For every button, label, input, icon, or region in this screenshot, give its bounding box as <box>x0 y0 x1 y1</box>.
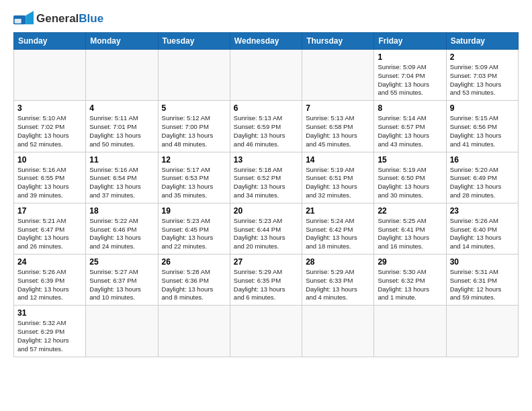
calendar-cell: 28Sunrise: 5:29 AM Sunset: 6:33 PM Dayli… <box>302 255 374 306</box>
day-info: Sunrise: 5:23 AM Sunset: 6:45 PM Dayligh… <box>162 217 226 251</box>
day-info: Sunrise: 5:18 AM Sunset: 6:52 PM Dayligh… <box>234 166 298 200</box>
calendar-cell: 12Sunrise: 5:17 AM Sunset: 6:53 PM Dayli… <box>158 152 230 203</box>
calendar-cell: 19Sunrise: 5:23 AM Sunset: 6:45 PM Dayli… <box>158 203 230 254</box>
header: GeneralBlue <box>13 11 519 27</box>
day-number: 18 <box>89 206 154 216</box>
day-number: 1 <box>378 52 442 62</box>
day-number: 4 <box>89 103 154 113</box>
day-number: 31 <box>17 308 82 318</box>
calendar-cell <box>302 50 374 101</box>
calendar-week-row: 1Sunrise: 5:09 AM Sunset: 7:04 PM Daylig… <box>14 50 519 101</box>
day-number: 14 <box>306 155 370 165</box>
calendar-week-row: 10Sunrise: 5:16 AM Sunset: 6:55 PM Dayli… <box>14 152 519 203</box>
day-info: Sunrise: 5:17 AM Sunset: 6:53 PM Dayligh… <box>162 166 226 200</box>
logo-text: GeneralBlue <box>36 12 103 26</box>
calendar-cell: 2Sunrise: 5:09 AM Sunset: 7:03 PM Daylig… <box>446 50 518 101</box>
day-number: 25 <box>89 257 154 267</box>
day-info: Sunrise: 5:28 AM Sunset: 6:36 PM Dayligh… <box>162 268 226 302</box>
day-number: 5 <box>162 103 226 113</box>
calendar-cell: 3Sunrise: 5:10 AM Sunset: 7:02 PM Daylig… <box>14 101 86 152</box>
calendar-cell: 23Sunrise: 5:26 AM Sunset: 6:40 PM Dayli… <box>446 203 518 254</box>
calendar-cell: 24Sunrise: 5:26 AM Sunset: 6:39 PM Dayli… <box>14 255 86 306</box>
weekday-header-thursday: Thursday <box>302 33 374 50</box>
day-number: 19 <box>162 206 226 216</box>
calendar-cell <box>374 306 446 357</box>
calendar-week-row: 31Sunrise: 5:32 AM Sunset: 6:29 PM Dayli… <box>14 306 519 357</box>
calendar-cell: 7Sunrise: 5:13 AM Sunset: 6:58 PM Daylig… <box>302 101 374 152</box>
day-number: 24 <box>17 257 82 267</box>
day-number: 7 <box>306 103 370 113</box>
day-info: Sunrise: 5:30 AM Sunset: 6:32 PM Dayligh… <box>378 268 442 302</box>
weekday-header-tuesday: Tuesday <box>158 33 230 50</box>
calendar-cell: 16Sunrise: 5:20 AM Sunset: 6:49 PM Dayli… <box>446 152 518 203</box>
weekday-header-monday: Monday <box>86 33 158 50</box>
calendar-cell: 4Sunrise: 5:11 AM Sunset: 7:01 PM Daylig… <box>86 101 158 152</box>
calendar-cell: 27Sunrise: 5:29 AM Sunset: 6:35 PM Dayli… <box>230 255 302 306</box>
day-number: 22 <box>378 206 442 216</box>
day-number: 28 <box>306 257 370 267</box>
calendar-cell: 31Sunrise: 5:32 AM Sunset: 6:29 PM Dayli… <box>14 306 86 357</box>
calendar-cell: 25Sunrise: 5:27 AM Sunset: 6:37 PM Dayli… <box>86 255 158 306</box>
calendar-cell: 17Sunrise: 5:21 AM Sunset: 6:47 PM Dayli… <box>14 203 86 254</box>
day-number: 20 <box>234 206 298 216</box>
day-info: Sunrise: 5:09 AM Sunset: 7:03 PM Dayligh… <box>450 63 515 97</box>
day-number: 30 <box>450 257 515 267</box>
day-number: 11 <box>89 155 154 165</box>
calendar-cell <box>446 306 518 357</box>
calendar-table: SundayMondayTuesdayWednesdayThursdayFrid… <box>13 32 519 357</box>
day-info: Sunrise: 5:24 AM Sunset: 6:42 PM Dayligh… <box>306 217 370 251</box>
day-info: Sunrise: 5:19 AM Sunset: 6:50 PM Dayligh… <box>378 166 442 200</box>
day-info: Sunrise: 5:29 AM Sunset: 6:33 PM Dayligh… <box>306 268 370 302</box>
calendar-cell <box>302 306 374 357</box>
day-info: Sunrise: 5:09 AM Sunset: 7:04 PM Dayligh… <box>378 63 442 97</box>
day-number: 17 <box>17 206 82 216</box>
svg-rect-2 <box>15 19 21 24</box>
calendar-cell: 1Sunrise: 5:09 AM Sunset: 7:04 PM Daylig… <box>374 50 446 101</box>
day-number: 26 <box>162 257 226 267</box>
day-info: Sunrise: 5:13 AM Sunset: 6:59 PM Dayligh… <box>234 114 298 148</box>
day-info: Sunrise: 5:14 AM Sunset: 6:57 PM Dayligh… <box>378 114 442 148</box>
day-number: 29 <box>378 257 442 267</box>
weekday-header-row: SundayMondayTuesdayWednesdayThursdayFrid… <box>14 33 519 50</box>
day-number: 9 <box>450 103 515 113</box>
day-info: Sunrise: 5:10 AM Sunset: 7:02 PM Dayligh… <box>17 114 82 148</box>
calendar-cell <box>158 306 230 357</box>
calendar-cell <box>230 50 302 101</box>
calendar-cell: 11Sunrise: 5:16 AM Sunset: 6:54 PM Dayli… <box>86 152 158 203</box>
day-number: 27 <box>234 257 298 267</box>
calendar-cell: 8Sunrise: 5:14 AM Sunset: 6:57 PM Daylig… <box>374 101 446 152</box>
calendar-cell: 30Sunrise: 5:31 AM Sunset: 6:31 PM Dayli… <box>446 255 518 306</box>
day-number: 8 <box>378 103 442 113</box>
calendar-cell: 14Sunrise: 5:19 AM Sunset: 6:51 PM Dayli… <box>302 152 374 203</box>
calendar-cell: 10Sunrise: 5:16 AM Sunset: 6:55 PM Dayli… <box>14 152 86 203</box>
calendar-week-row: 17Sunrise: 5:21 AM Sunset: 6:47 PM Dayli… <box>14 203 519 254</box>
calendar-week-row: 3Sunrise: 5:10 AM Sunset: 7:02 PM Daylig… <box>14 101 519 152</box>
calendar-cell: 20Sunrise: 5:23 AM Sunset: 6:44 PM Dayli… <box>230 203 302 254</box>
day-info: Sunrise: 5:19 AM Sunset: 6:51 PM Dayligh… <box>306 166 370 200</box>
day-number: 13 <box>234 155 298 165</box>
day-info: Sunrise: 5:22 AM Sunset: 6:46 PM Dayligh… <box>89 217 154 251</box>
day-number: 15 <box>378 155 442 165</box>
calendar-cell: 15Sunrise: 5:19 AM Sunset: 6:50 PM Dayli… <box>374 152 446 203</box>
calendar-week-row: 24Sunrise: 5:26 AM Sunset: 6:39 PM Dayli… <box>14 255 519 306</box>
calendar-cell <box>14 50 86 101</box>
day-info: Sunrise: 5:26 AM Sunset: 6:39 PM Dayligh… <box>17 268 82 302</box>
calendar-cell: 5Sunrise: 5:12 AM Sunset: 7:00 PM Daylig… <box>158 101 230 152</box>
day-info: Sunrise: 5:27 AM Sunset: 6:37 PM Dayligh… <box>89 268 154 302</box>
calendar-cell: 18Sunrise: 5:22 AM Sunset: 6:46 PM Dayli… <box>86 203 158 254</box>
svg-marker-1 <box>26 11 34 24</box>
day-number: 12 <box>162 155 226 165</box>
day-info: Sunrise: 5:15 AM Sunset: 6:56 PM Dayligh… <box>450 114 515 148</box>
calendar-cell: 21Sunrise: 5:24 AM Sunset: 6:42 PM Dayli… <box>302 203 374 254</box>
day-info: Sunrise: 5:16 AM Sunset: 6:55 PM Dayligh… <box>17 166 82 200</box>
day-number: 23 <box>450 206 515 216</box>
day-info: Sunrise: 5:12 AM Sunset: 7:00 PM Dayligh… <box>162 114 226 148</box>
day-number: 10 <box>17 155 82 165</box>
calendar-cell <box>158 50 230 101</box>
calendar-cell <box>86 50 158 101</box>
weekday-header-saturday: Saturday <box>446 33 518 50</box>
logo: GeneralBlue <box>13 11 103 27</box>
day-number: 2 <box>450 52 515 62</box>
day-number: 6 <box>234 103 298 113</box>
calendar-cell: 29Sunrise: 5:30 AM Sunset: 6:32 PM Dayli… <box>374 255 446 306</box>
